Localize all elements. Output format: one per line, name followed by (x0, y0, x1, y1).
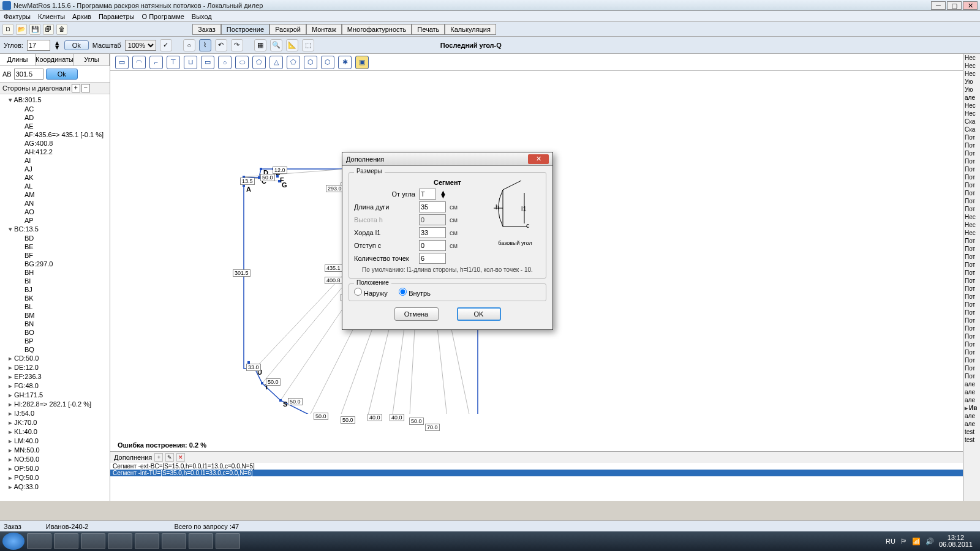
addition-delete-icon[interactable]: ✕ (176, 453, 185, 462)
redo-icon[interactable]: ↷ (231, 39, 243, 51)
addition-new-icon[interactable]: + (154, 453, 163, 462)
right-item[interactable]: Ска (963, 118, 980, 126)
tree-node[interactable]: IJ:54.0 (0, 409, 110, 418)
tree-child[interactable]: BE (0, 242, 110, 251)
chord-input[interactable] (419, 227, 446, 238)
tree-node[interactable]: AQ:33.0 (0, 482, 110, 492)
tree-child[interactable]: AC (0, 105, 110, 113)
right-item[interactable]: Нес (963, 213, 980, 221)
right-panel[interactable]: НесНесНесУюУюалеНесНесСкаСкаПотПотПотПот… (963, 54, 980, 501)
tree-child[interactable]: BJ (0, 285, 110, 294)
tree-child[interactable]: AM (0, 190, 110, 199)
offset-input[interactable] (419, 240, 446, 251)
lefttab-Длины[interactable]: Длины (0, 54, 36, 66)
extra-tool-icon[interactable]: ⬚ (302, 39, 314, 51)
tab-Заказ[interactable]: Заказ (192, 24, 221, 35)
right-item[interactable]: Нес (963, 54, 980, 62)
lefttab-Координаты[interactable]: Координаты (36, 54, 74, 66)
circle-tool-icon[interactable]: ○ (183, 39, 195, 51)
right-item[interactable]: Нес (963, 221, 980, 229)
right-item[interactable]: Пот (963, 277, 980, 285)
tree-node[interactable]: PQ:50.0 (0, 473, 110, 482)
rect-shape-icon[interactable]: ▭ (115, 56, 129, 69)
tree-child[interactable]: AD (0, 113, 110, 122)
right-item[interactable]: Пот (963, 317, 980, 324)
polyline-tool-icon[interactable]: ⌇ (199, 39, 211, 51)
right-item[interactable]: але (963, 388, 980, 396)
close-button[interactable]: ✕ (963, 1, 978, 10)
grid-icon[interactable]: ▦ (254, 39, 266, 51)
poly7-icon[interactable]: ⬡ (321, 56, 334, 69)
tree-node[interactable]: MN:50.0 (0, 446, 110, 455)
task-app4[interactable] (216, 533, 240, 549)
task-explorer[interactable] (27, 533, 51, 549)
scale-select[interactable]: 100% (125, 40, 156, 51)
right-item[interactable]: test (963, 436, 980, 444)
corners-input[interactable] (27, 40, 50, 51)
star-shape-icon[interactable]: ✱ (338, 56, 352, 69)
right-item[interactable]: Нес (963, 229, 980, 237)
tree-node[interactable]: AB:301.5 (0, 96, 110, 105)
tree-node[interactable]: FG:48.0 (0, 381, 110, 391)
tree-node[interactable]: LM:40.0 (0, 437, 110, 446)
right-item[interactable]: Пот (963, 237, 980, 245)
tree-child[interactable]: BF (0, 251, 110, 260)
tree-child[interactable]: AP (0, 216, 110, 225)
tree-child[interactable]: AJ (0, 165, 110, 173)
arch-shape-icon[interactable]: ◠ (132, 56, 146, 69)
tree-child[interactable]: AE (0, 122, 110, 130)
right-item[interactable]: Пот (963, 157, 980, 165)
right-item[interactable]: але (963, 396, 980, 404)
poly6-icon[interactable]: ⬡ (304, 56, 317, 69)
tree-child[interactable]: BP (0, 337, 110, 345)
right-item[interactable]: Пот (963, 197, 980, 205)
tree-node[interactable]: BC:13.5 (0, 225, 110, 234)
menu-Параметры[interactable]: Параметры (99, 13, 135, 20)
tree-node[interactable]: DE:12.0 (0, 363, 110, 372)
right-item[interactable]: Нес (963, 110, 980, 118)
npoints-input[interactable] (419, 253, 446, 264)
dialog-titlebar[interactable]: Дополнения ✕ (342, 152, 552, 166)
tree-child[interactable]: AG:400.8 (0, 139, 110, 148)
add-diagonal-button[interactable]: + (72, 84, 80, 92)
tree-node[interactable]: OP:50.0 (0, 464, 110, 473)
tree-node[interactable]: CD:50.0 (0, 354, 110, 363)
log-row[interactable]: Сегмент -ext-BC=[S=15.0,h=0.0,l1=13.0,c=… (110, 463, 963, 470)
right-item[interactable]: але (963, 380, 980, 388)
right-item[interactable]: Пот (963, 293, 980, 301)
tree-child[interactable]: BN (0, 320, 110, 328)
right-item[interactable]: Пот (963, 253, 980, 261)
right-item[interactable]: Пот (963, 356, 980, 364)
measure-icon[interactable]: 📐 (286, 39, 298, 51)
right-item[interactable]: Пот (963, 245, 980, 253)
right-item[interactable]: Нес (963, 102, 980, 110)
right-item[interactable]: Пот (963, 372, 980, 380)
tree-node[interactable]: GH:171.5 (0, 391, 110, 400)
undo-icon[interactable]: ↶ (215, 39, 227, 51)
tree-child[interactable]: BI (0, 277, 110, 285)
start-button[interactable] (2, 533, 24, 550)
right-item[interactable]: Пот (963, 301, 980, 309)
tshape-icon[interactable]: ⊤ (167, 56, 180, 69)
tree-node[interactable]: HI:282.8=> 282.1 [-0.2 %] (0, 400, 110, 409)
right-item[interactable]: Нес (963, 70, 980, 78)
tab-Раскрой[interactable]: Раскрой (270, 24, 306, 35)
sides-tree[interactable]: AB:301.5ACADAEAF:435.6=> 435.1 [-0.1 %]A… (0, 94, 110, 501)
lefttab-Углы[interactable]: Углы (74, 54, 110, 66)
tree-child[interactable]: AL (0, 182, 110, 190)
right-item[interactable]: але (963, 412, 980, 420)
right-item[interactable]: Пот (963, 189, 980, 197)
right-item[interactable]: але (963, 94, 980, 102)
position-out[interactable]: Наружу (354, 290, 388, 297)
pentagon-shape-icon[interactable]: ⬠ (252, 56, 266, 69)
circle-shape-icon[interactable]: ○ (218, 56, 232, 69)
tree-child[interactable]: AK (0, 173, 110, 182)
remove-diagonal-button[interactable]: − (81, 84, 90, 92)
right-item[interactable]: Ив (963, 404, 980, 412)
tree-child[interactable]: BH (0, 268, 110, 277)
tree-node[interactable]: KL:40.0 (0, 427, 110, 437)
shape6-icon[interactable]: ▭ (201, 56, 214, 69)
right-item[interactable]: Пот (963, 261, 980, 269)
addition-edit-icon[interactable]: ✎ (165, 453, 174, 462)
tree-child[interactable]: BK (0, 294, 110, 302)
